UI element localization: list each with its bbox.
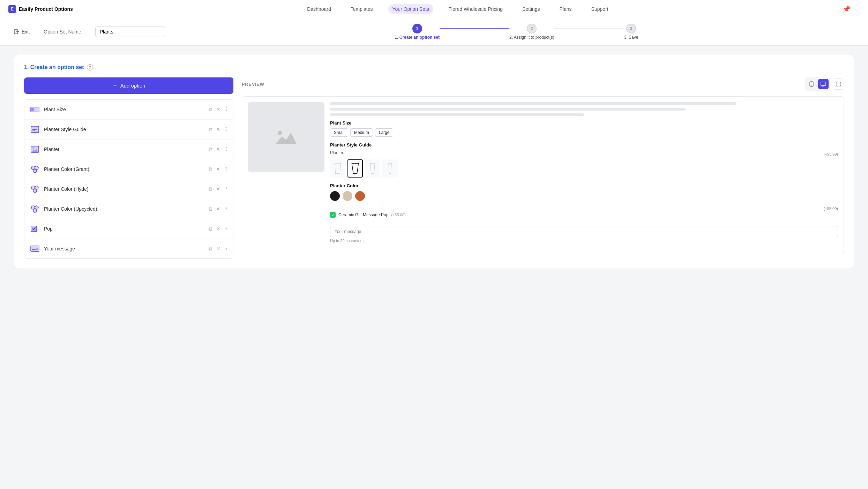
copy-pop-icon[interactable]: ⧉	[209, 226, 212, 232]
exit-button[interactable]: Exit	[14, 29, 30, 35]
copy-planter-color-upcycled-icon[interactable]: ⧉	[209, 206, 212, 212]
option-name-planter-color-upcycled: Planter Color (Upcycled)	[44, 206, 204, 212]
app-name: Easify Product Options	[19, 6, 73, 12]
app-brand: E Easify Product Options	[8, 5, 73, 13]
svg-point-14	[33, 189, 37, 193]
drag-your-message-icon[interactable]: ⠿	[224, 246, 227, 251]
plant-size-icon	[30, 105, 40, 114]
ceramic-checkbox[interactable]: ✓	[330, 212, 336, 218]
planter-swatch-4[interactable]	[382, 159, 398, 178]
copy-your-message-icon[interactable]: ⧉	[209, 246, 212, 252]
drag-planter-icon[interactable]: ⠿	[224, 146, 227, 152]
exit-icon	[14, 29, 20, 35]
nav-templates[interactable]: Templates	[346, 4, 377, 14]
add-option-button[interactable]: ＋ Add option	[24, 77, 233, 94]
preview-plant-size: Plant Size Small Medium Large	[330, 120, 838, 137]
option-name-planter-color-hyde: Planter Color (Hyde)	[44, 186, 204, 192]
step-1-circle: 1	[412, 24, 422, 33]
preview-planter-price: (+$5.99)	[824, 152, 838, 156]
preview-color-swatches	[330, 191, 838, 201]
option-set-name-input[interactable]	[95, 27, 165, 37]
option-list: Plant Size ⧉ ✕ ⠿	[24, 99, 233, 259]
nav-tiered-wholesale[interactable]: Tiered Wholesale Pricing	[444, 4, 507, 14]
view-toggle	[805, 77, 830, 91]
preview-panel: Plant Size Small Medium Large Planter St…	[242, 96, 844, 254]
option-actions-your-message: ⧉ ✕ ⠿	[209, 246, 227, 252]
drag-planter-color-hyde-icon[interactable]: ⠿	[224, 186, 227, 192]
size-btn-large[interactable]: Large	[375, 128, 394, 137]
drag-pop-icon[interactable]: ⠿	[224, 226, 227, 232]
planter-color-grant-icon	[30, 164, 40, 174]
delete-pop-icon[interactable]: ✕	[216, 226, 220, 232]
nav-dashboard[interactable]: Dashboard	[303, 4, 335, 14]
drag-planter-style-guide-icon[interactable]: ⠿	[224, 127, 227, 132]
preview-planter-swatches	[330, 159, 838, 178]
nav-plans[interactable]: Plans	[555, 4, 576, 14]
color-swatch-beige[interactable]	[343, 191, 352, 201]
preview-size-buttons: Small Medium Large	[330, 128, 838, 137]
copy-planter-color-hyde-icon[interactable]: ⧉	[209, 186, 212, 192]
two-col-layout: ＋ Add option Plant Size	[24, 77, 844, 259]
planter-swatch-3[interactable]	[365, 159, 380, 178]
sub-header: Exit Option Set Name 1 1. Create an opti…	[0, 18, 868, 46]
preview-header: PREVIEW	[242, 77, 844, 91]
copy-planter-color-grant-icon[interactable]: ⧉	[209, 166, 212, 172]
delete-planter-color-hyde-icon[interactable]: ✕	[216, 186, 220, 192]
main-nav: Dashboard Templates Your Option Sets Tie…	[303, 4, 612, 14]
skeleton-line-3	[330, 113, 584, 116]
nav-support[interactable]: Support	[587, 4, 613, 14]
option-set-name-label: Option Set Name	[44, 29, 81, 35]
color-swatch-terracotta[interactable]	[355, 191, 365, 201]
option-name-planter: Planter	[44, 146, 204, 152]
copy-plant-size-icon[interactable]: ⧉	[209, 106, 212, 113]
step-3-circle: 3	[626, 24, 636, 33]
card-title-text: 1. Create an option set	[24, 64, 84, 70]
step-3-label: 3. Save	[624, 35, 638, 40]
size-btn-medium[interactable]: Medium	[350, 128, 373, 137]
step-connector-1-2	[440, 28, 509, 29]
option-row-planter-color-grant: Planter Color (Grant) ⧉ ✕ ⠿	[24, 159, 233, 179]
card-title: 1. Create an option set ?	[24, 64, 844, 70]
planter-swatch-1[interactable]	[330, 159, 345, 178]
delete-planter-color-upcycled-icon[interactable]: ✕	[216, 206, 220, 212]
copy-planter-style-guide-icon[interactable]: ⧉	[209, 126, 212, 133]
drag-plant-size-icon[interactable]: ⠿	[224, 107, 227, 112]
preview-plant-size-title: Plant Size	[330, 120, 838, 126]
planter-icon	[30, 144, 40, 154]
pop-icon	[30, 224, 40, 234]
copy-planter-icon[interactable]: ⧉	[209, 146, 212, 152]
delete-planter-icon[interactable]: ✕	[216, 146, 220, 152]
svg-rect-26	[821, 82, 826, 85]
help-icon[interactable]: ?	[87, 64, 93, 70]
preview-ceramic-checkbox-row: ✓ Ceramic Gift Message Pop (+$5.00)	[330, 212, 838, 218]
preview-message-input[interactable]	[330, 226, 838, 237]
more-options-icon[interactable]: ···	[854, 5, 860, 13]
option-name-plant-size: Plant Size	[44, 107, 204, 112]
drag-planter-color-grant-icon[interactable]: ⠿	[224, 166, 227, 172]
mobile-view-button[interactable]	[806, 79, 817, 89]
color-swatch-black[interactable]	[330, 191, 340, 201]
delete-planter-color-grant-icon[interactable]: ✕	[216, 166, 220, 172]
nav-your-option-sets[interactable]: Your Option Sets	[388, 4, 433, 14]
svg-rect-2	[31, 108, 34, 111]
preview-column: PREVIEW	[242, 77, 844, 259]
drag-planter-color-upcycled-icon[interactable]: ⠿	[224, 206, 227, 212]
delete-your-message-icon[interactable]: ✕	[216, 246, 220, 252]
delete-plant-size-icon[interactable]: ✕	[216, 106, 220, 113]
size-btn-small[interactable]: Small	[330, 128, 348, 137]
option-name-planter-style-guide: Planter Style Guide	[44, 127, 204, 132]
add-icon: ＋	[112, 82, 118, 89]
step-2: 2 2. Assign it to product(s)	[509, 24, 554, 40]
desktop-view-button[interactable]	[818, 79, 829, 89]
planter-swatch-2[interactable]	[347, 159, 363, 178]
step-2-circle: 2	[527, 24, 537, 33]
add-option-label: Add option	[120, 83, 145, 89]
delete-planter-style-guide-icon[interactable]: ✕	[216, 126, 220, 133]
nav-settings[interactable]: Settings	[518, 4, 544, 14]
preview-ceramic-option: (+$5.00) ✓ Ceramic Gift Message Pop (+$5…	[330, 206, 838, 218]
expand-button[interactable]	[833, 78, 844, 90]
steps-progress: 1 1. Create an option set 2 2. Assign it…	[179, 24, 854, 40]
svg-rect-23	[36, 248, 38, 250]
exit-label: Exit	[22, 29, 30, 35]
preview-content: Plant Size Small Medium Large Planter St…	[248, 102, 838, 248]
